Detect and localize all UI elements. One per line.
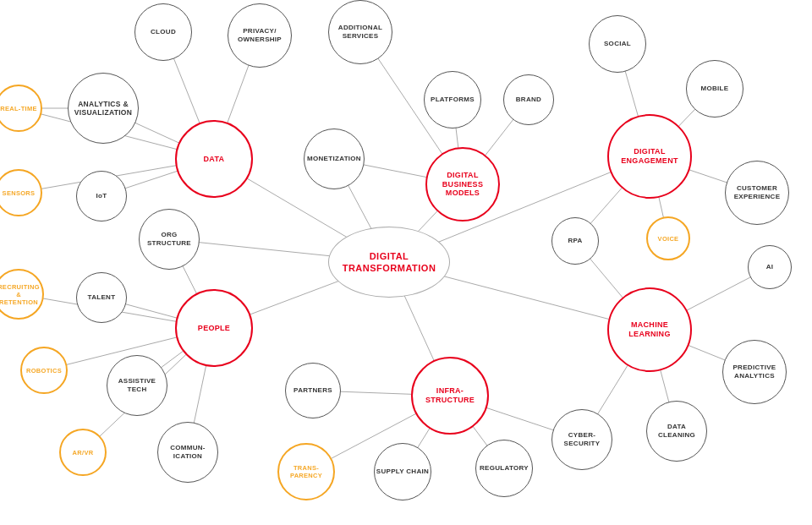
node-platforms: PLATFORMS (424, 71, 481, 129)
node-communication: COMMUN- ICATION (157, 422, 218, 483)
node-label-voice: VOICE (658, 235, 679, 243)
node-label-real-time: REAL-TIME (0, 105, 37, 112)
node-label-customer-experience: CUSTOMER EXPERIENCE (734, 184, 781, 200)
node-label-talent: TALENT (88, 293, 116, 302)
node-label-predictive-analytics: PREDICTIVE ANALYTICS (732, 364, 776, 380)
node-brand: BRAND (503, 74, 554, 125)
node-iot: IoT (76, 171, 127, 221)
node-partners: PARTNERS (285, 363, 341, 418)
node-label-ar-vr: AR/VR (73, 449, 94, 457)
node-label-rpa: RPA (568, 237, 582, 245)
node-label-brand: BRAND (516, 96, 541, 104)
node-label-robotics: ROBOTICS (26, 367, 62, 375)
node-machine-learning: MACHINE LEARNING (607, 287, 692, 372)
node-transparency: TRANS- PARENCY (277, 443, 335, 500)
node-label-recruiting-retention: RECRUITING & RETENTION (0, 283, 40, 306)
node-label-platforms: PLATFORMS (431, 96, 475, 104)
node-data: DATA (175, 120, 253, 198)
node-label-infrastructure: INFRA- STRUCTURE (425, 386, 475, 405)
node-mobile: MOBILE (686, 60, 743, 118)
node-monetization: MONETIZATION (304, 129, 365, 189)
diagram-container: DIGITAL TRANSFORMATIONCLOUDPRIVACY/ OWNE… (0, 0, 812, 525)
node-label-additional-services: ADDITIONAL SERVICES (338, 24, 382, 40)
node-label-analytics-viz: ANALYTICS & VISUALIZATION (74, 100, 132, 117)
node-regulatory: REGULATORY (475, 440, 533, 497)
node-ar-vr: AR/VR (59, 429, 107, 476)
node-privacy-ownership: PRIVACY/ OWNERSHIP (228, 3, 292, 68)
node-recruiting-retention: RECRUITING & RETENTION (0, 269, 44, 320)
node-label-data: DATA (204, 155, 225, 164)
node-label-partners: PARTNERS (294, 386, 332, 395)
node-analytics-viz: ANALYTICS & VISUALIZATION (68, 73, 139, 144)
node-data-cleaning: DATA CLEANING (646, 401, 707, 462)
node-label-communication: COMMUN- ICATION (170, 444, 206, 460)
node-digital-engagement: DIGITAL ENGAGEMENT (607, 114, 692, 199)
node-digital-transformation: DIGITAL TRANSFORMATION (328, 227, 450, 298)
node-customer-experience: CUSTOMER EXPERIENCE (725, 161, 789, 225)
node-cloud: CLOUD (134, 3, 192, 61)
node-label-digital-engagement: DIGITAL ENGAGEMENT (621, 147, 678, 166)
node-label-org-structure: ORG STRUCTURE (147, 231, 191, 247)
node-talent: TALENT (76, 272, 127, 323)
node-org-structure: ORG STRUCTURE (139, 209, 200, 270)
node-social: SOCIAL (589, 15, 646, 73)
node-label-monetization: MONETIZATION (307, 155, 361, 163)
node-label-digital-transformation: DIGITAL TRANSFORMATION (343, 250, 436, 275)
node-label-privacy-ownership: PRIVACY/ OWNERSHIP (238, 27, 282, 43)
node-rpa: RPA (551, 217, 599, 265)
node-robotics: ROBOTICS (20, 347, 68, 394)
node-label-social: SOCIAL (604, 40, 631, 48)
node-assistive-tech: ASSISTIVE TECH (107, 355, 167, 416)
node-digital-business-models: DIGITAL BUSINESS MODELS (425, 147, 500, 221)
node-label-mobile: MOBILE (701, 85, 729, 93)
node-real-time: REAL-TIME (0, 85, 42, 132)
node-label-digital-business-models: DIGITAL BUSINESS MODELS (442, 171, 483, 198)
node-label-assistive-tech: ASSISTIVE TECH (118, 377, 156, 393)
node-label-regulatory: REGULATORY (480, 464, 529, 473)
node-ai: AI (748, 245, 792, 289)
node-label-ai: AI (766, 263, 774, 271)
node-label-cybersecurity: CYBER- SECURITY (564, 431, 601, 447)
node-voice: VOICE (646, 216, 690, 260)
node-label-data-cleaning: DATA CLEANING (658, 423, 695, 439)
node-infrastructure: INFRA- STRUCTURE (411, 357, 489, 435)
node-label-iot: IoT (96, 192, 107, 200)
node-label-transparency: TRANS- PARENCY (290, 464, 322, 479)
node-people: PEOPLE (175, 289, 253, 367)
node-label-cloud: CLOUD (151, 28, 176, 36)
node-sensors: SENSORS (0, 169, 42, 216)
node-predictive-analytics: PREDICTIVE ANALYTICS (722, 340, 787, 404)
node-label-machine-learning: MACHINE LEARNING (628, 320, 670, 339)
node-supply-chain: SUPPLY CHAIN (374, 443, 431, 500)
node-label-sensors: SENSORS (3, 189, 36, 197)
node-additional-services: ADDITIONAL SERVICES (328, 0, 392, 64)
node-label-people: PEOPLE (198, 324, 230, 333)
node-cybersecurity: CYBER- SECURITY (551, 409, 612, 470)
node-label-supply-chain: SUPPLY CHAIN (376, 468, 429, 476)
